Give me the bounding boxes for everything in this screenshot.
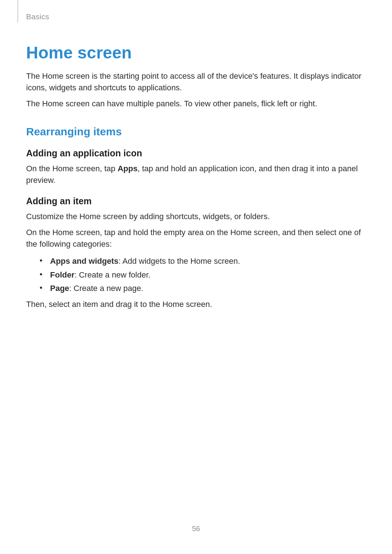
add-item-bullet-list: Apps and widgets: Add widgets to the Hom… (26, 254, 366, 295)
intro-paragraph-1: The Home screen is the starting point to… (26, 70, 366, 94)
content: Home screen The Home screen is the start… (26, 13, 366, 310)
bullet-lead: Apps and widgets (50, 257, 118, 266)
list-item: Page: Create a new page. (40, 282, 366, 295)
add-item-paragraph-3: Then, select an item and drag it to the … (26, 299, 366, 310)
bullet-rest: : Create a new folder. (74, 270, 150, 279)
list-item: Apps and widgets: Add widgets to the Hom… (40, 254, 366, 268)
breadcrumb: Basics (26, 12, 49, 21)
page-number: 56 (0, 525, 392, 533)
bullet-lead: Folder (50, 270, 74, 279)
section-heading-rearranging: Rearranging items (26, 126, 366, 138)
page-title: Home screen (26, 43, 366, 62)
bullet-rest: : Add widgets to the Home screen. (118, 257, 240, 266)
add-app-icon-paragraph: On the Home screen, tap Apps, tap and ho… (26, 163, 366, 186)
intro-paragraph-2: The Home screen can have multiple panels… (26, 98, 366, 110)
add-item-paragraph-1: Customize the Home screen by adding shor… (26, 211, 366, 222)
text-bold-apps: Apps (118, 164, 138, 173)
bullet-lead: Page (50, 284, 69, 293)
bullet-rest: : Create a new page. (69, 284, 143, 293)
list-item: Folder: Create a new folder. (40, 268, 366, 282)
text-run: On the Home screen, tap (26, 164, 118, 173)
add-item-paragraph-2: On the Home screen, tap and hold the emp… (26, 227, 366, 250)
page: Basics Home screen The Home screen is th… (0, 0, 392, 554)
header-rule (17, 0, 18, 22)
subsection-heading-add-app-icon: Adding an application icon (26, 148, 366, 159)
subsection-heading-add-item: Adding an item (26, 196, 366, 206)
